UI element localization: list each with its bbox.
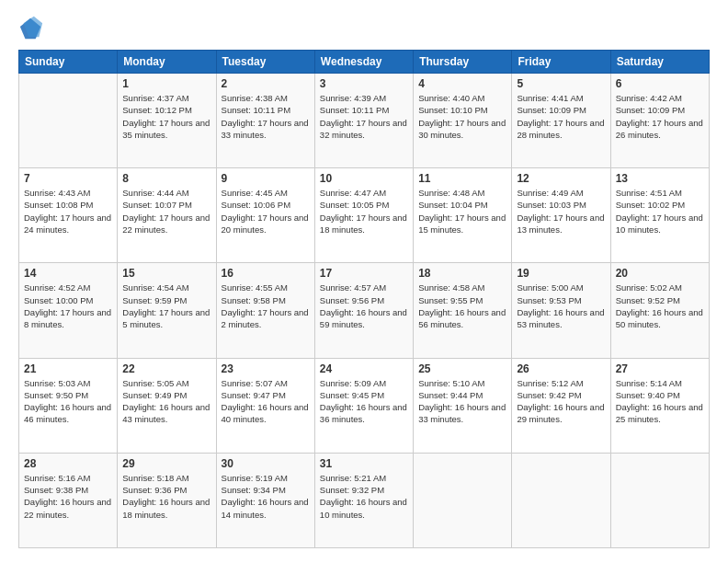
calendar-day-cell [512,453,610,547]
day-number: 17 [320,267,408,280]
day-info: Sunrise: 5:21 AM Sunset: 9:32 PM Dayligh… [320,472,408,521]
day-info: Sunrise: 5:16 AM Sunset: 9:38 PM Dayligh… [24,472,112,521]
day-number: 13 [616,172,704,185]
day-number: 10 [320,172,408,185]
day-number: 23 [222,362,310,375]
day-info: Sunrise: 5:18 AM Sunset: 9:36 PM Dayligh… [122,472,210,521]
calendar-day-cell [414,453,512,547]
day-number: 28 [24,457,112,470]
calendar-day-cell: 4Sunrise: 4:40 AM Sunset: 10:10 PM Dayli… [414,74,512,168]
day-info: Sunrise: 4:42 AM Sunset: 10:09 PM Daylig… [616,92,704,141]
day-info: Sunrise: 4:52 AM Sunset: 10:00 PM Daylig… [24,282,112,330]
day-number: 3 [320,77,408,90]
day-info: Sunrise: 5:09 AM Sunset: 9:45 PM Dayligh… [320,377,408,426]
day-info: Sunrise: 4:47 AM Sunset: 10:05 PM Daylig… [320,187,408,236]
day-number: 8 [122,172,210,185]
day-number: 1 [122,77,210,90]
day-info: Sunrise: 5:03 AM Sunset: 9:50 PM Dayligh… [24,377,112,426]
day-number: 18 [418,267,506,280]
calendar-day-cell: 14Sunrise: 4:52 AM Sunset: 10:00 PM Dayl… [19,263,118,358]
day-info: Sunrise: 5:12 AM Sunset: 9:42 PM Dayligh… [517,377,605,426]
calendar-day-cell: 5Sunrise: 4:41 AM Sunset: 10:09 PM Dayli… [512,74,610,168]
calendar-day-cell: 1Sunrise: 4:37 AM Sunset: 10:12 PM Dayli… [118,74,216,168]
day-info: Sunrise: 4:44 AM Sunset: 10:07 PM Daylig… [122,187,210,236]
day-number: 24 [320,362,408,375]
calendar-week-row: 7Sunrise: 4:43 AM Sunset: 10:08 PM Dayli… [19,168,710,263]
day-number: 26 [517,362,605,375]
day-info: Sunrise: 4:37 AM Sunset: 10:12 PM Daylig… [122,92,210,141]
day-info: Sunrise: 5:07 AM Sunset: 9:47 PM Dayligh… [222,377,310,426]
day-number: 11 [418,172,506,185]
calendar-day-cell [19,74,118,168]
day-info: Sunrise: 4:45 AM Sunset: 10:06 PM Daylig… [222,187,310,236]
day-number: 12 [517,172,605,185]
calendar-week-row: 1Sunrise: 4:37 AM Sunset: 10:12 PM Dayli… [19,74,710,168]
calendar-day-cell: 26Sunrise: 5:12 AM Sunset: 9:42 PM Dayli… [512,358,610,453]
day-number: 6 [616,77,704,90]
day-info: Sunrise: 4:38 AM Sunset: 10:11 PM Daylig… [222,92,310,141]
day-number: 22 [122,362,210,375]
day-number: 27 [616,362,704,375]
calendar-day-cell: 24Sunrise: 5:09 AM Sunset: 9:45 PM Dayli… [314,358,413,453]
day-number: 4 [418,77,506,90]
day-number: 30 [222,457,310,470]
day-info: Sunrise: 5:02 AM Sunset: 9:52 PM Dayligh… [616,282,704,330]
header [18,15,710,40]
day-info: Sunrise: 4:41 AM Sunset: 10:09 PM Daylig… [517,92,605,141]
day-number: 25 [418,362,506,375]
day-number: 15 [122,267,210,280]
calendar-table: SundayMondayTuesdayWednesdayThursdayFrid… [18,50,710,548]
day-number: 7 [24,172,112,185]
calendar-day-cell: 29Sunrise: 5:18 AM Sunset: 9:36 PM Dayli… [118,453,216,547]
calendar-week-row: 14Sunrise: 4:52 AM Sunset: 10:00 PM Dayl… [19,263,710,358]
calendar-day-cell: 9Sunrise: 4:45 AM Sunset: 10:06 PM Dayli… [216,168,314,263]
calendar-day-cell: 11Sunrise: 4:48 AM Sunset: 10:04 PM Dayl… [414,168,512,263]
calendar-day-cell: 17Sunrise: 4:57 AM Sunset: 9:56 PM Dayli… [314,263,413,358]
day-info: Sunrise: 4:49 AM Sunset: 10:03 PM Daylig… [517,187,605,236]
calendar-day-cell: 7Sunrise: 4:43 AM Sunset: 10:08 PM Dayli… [19,168,118,263]
page: SundayMondayTuesdayWednesdayThursdayFrid… [0,0,728,563]
day-info: Sunrise: 5:05 AM Sunset: 9:49 PM Dayligh… [122,377,210,426]
day-info: Sunrise: 5:00 AM Sunset: 9:53 PM Dayligh… [517,282,605,330]
day-info: Sunrise: 4:43 AM Sunset: 10:08 PM Daylig… [24,187,112,236]
calendar-body: 1Sunrise: 4:37 AM Sunset: 10:12 PM Dayli… [19,74,710,548]
header-day: Thursday [414,51,512,74]
calendar-day-cell: 25Sunrise: 5:10 AM Sunset: 9:44 PM Dayli… [414,358,512,453]
calendar-day-cell: 31Sunrise: 5:21 AM Sunset: 9:32 PM Dayli… [314,453,413,547]
day-info: Sunrise: 5:10 AM Sunset: 9:44 PM Dayligh… [418,377,506,426]
day-number: 14 [24,267,112,280]
calendar-day-cell: 20Sunrise: 5:02 AM Sunset: 9:52 PM Dayli… [610,263,709,358]
calendar-day-cell: 21Sunrise: 5:03 AM Sunset: 9:50 PM Dayli… [19,358,118,453]
day-info: Sunrise: 5:19 AM Sunset: 9:34 PM Dayligh… [222,472,310,521]
day-number: 19 [517,267,605,280]
day-info: Sunrise: 4:57 AM Sunset: 9:56 PM Dayligh… [320,282,408,330]
day-info: Sunrise: 4:48 AM Sunset: 10:04 PM Daylig… [418,187,506,236]
header-day: Friday [512,51,610,74]
header-day: Saturday [610,51,709,74]
day-number: 31 [320,457,408,470]
header-day: Sunday [19,51,118,74]
day-number: 29 [122,457,210,470]
day-info: Sunrise: 4:54 AM Sunset: 9:59 PM Dayligh… [122,282,210,330]
calendar-week-row: 21Sunrise: 5:03 AM Sunset: 9:50 PM Dayli… [19,358,710,453]
calendar-day-cell: 13Sunrise: 4:51 AM Sunset: 10:02 PM Dayl… [610,168,709,263]
calendar-day-cell: 23Sunrise: 5:07 AM Sunset: 9:47 PM Dayli… [216,358,314,453]
day-number: 5 [517,77,605,90]
day-number: 20 [616,267,704,280]
day-number: 21 [24,362,112,375]
calendar-day-cell: 15Sunrise: 4:54 AM Sunset: 9:59 PM Dayli… [118,263,216,358]
calendar-day-cell: 16Sunrise: 4:55 AM Sunset: 9:58 PM Dayli… [216,263,314,358]
calendar-day-cell: 6Sunrise: 4:42 AM Sunset: 10:09 PM Dayli… [610,74,709,168]
day-info: Sunrise: 4:58 AM Sunset: 9:55 PM Dayligh… [418,282,506,330]
calendar-day-cell: 3Sunrise: 4:39 AM Sunset: 10:11 PM Dayli… [314,74,413,168]
calendar-day-cell: 8Sunrise: 4:44 AM Sunset: 10:07 PM Dayli… [118,168,216,263]
calendar-day-cell: 30Sunrise: 5:19 AM Sunset: 9:34 PM Dayli… [216,453,314,547]
calendar-day-cell: 22Sunrise: 5:05 AM Sunset: 9:49 PM Dayli… [118,358,216,453]
day-info: Sunrise: 4:39 AM Sunset: 10:11 PM Daylig… [320,92,408,141]
header-day: Tuesday [216,51,314,74]
day-info: Sunrise: 4:55 AM Sunset: 9:58 PM Dayligh… [222,282,310,330]
calendar-header: SundayMondayTuesdayWednesdayThursdayFrid… [19,51,710,74]
day-info: Sunrise: 5:14 AM Sunset: 9:40 PM Dayligh… [616,377,704,426]
header-day: Wednesday [314,51,413,74]
calendar-day-cell: 19Sunrise: 5:00 AM Sunset: 9:53 PM Dayli… [512,263,610,358]
